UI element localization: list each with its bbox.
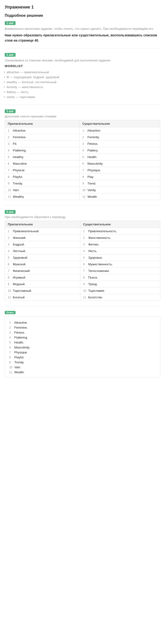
step-3-col1-header: Прилагательное — [5, 120, 79, 127]
table-row: 4 Лестный. 4 Лесть. — [5, 248, 160, 254]
table-cell: 2 Feminine. — [5, 134, 79, 140]
table-cell: 6 Мужской. — [5, 261, 80, 268]
table-cell: 9 Тренд. — [80, 281, 160, 287]
table-cell: 10 Vain. — [5, 187, 79, 193]
table-cell: 6 Masculine. — [5, 160, 79, 167]
table-cell: 11 Богатство — [80, 294, 160, 300]
answer-block: Ответ 1 Attractive.2 Feminine.3 Fitness.… — [5, 310, 160, 377]
answer-badge: Ответ — [5, 311, 15, 314]
table-cell: 9 Модный. — [5, 281, 80, 287]
answer-item: 2 Feminine. — [9, 325, 156, 330]
table-row: 4 Flattering. 4 Flattery. — [5, 147, 160, 154]
wordlist-item: vanity — тщеславие — [5, 94, 160, 100]
divider-4 — [5, 306, 160, 306]
table-cell: 1 Attractive. — [5, 127, 79, 134]
step-4-desc: При необходимости обратимся к переводу. — [5, 215, 160, 219]
step-3-table: Прилагательное Существительное 1 Attract… — [5, 120, 160, 200]
table-cell: 7 Physique. — [79, 167, 160, 174]
table-row: 1 Attractive. 1 Attraction. — [5, 127, 160, 134]
answer-item: 7 Physique. — [9, 350, 156, 355]
wordlist-title: WORDLIST — [5, 64, 160, 68]
table-cell: 5 Healthy. — [5, 154, 79, 160]
table-row: 10 Тщеславный. 10 Тщеславие. — [5, 287, 160, 294]
table-cell: 2 Feminity. — [79, 134, 160, 140]
table-cell: 3 Бодрый. — [5, 241, 80, 248]
table-cell: 9 Trendy. — [5, 180, 79, 187]
step-3-col2-header: Существительное — [79, 120, 160, 127]
table-cell: 7 Физический. — [5, 268, 80, 274]
step-4-col1-header: Прилагательное — [5, 221, 80, 228]
table-row: 3 Бодрый. 3 Фитнес. — [5, 241, 160, 248]
table-row: 6 Masculine. 6 Masculinity. — [5, 160, 160, 167]
table-cell: 3 Фитнес. — [80, 241, 160, 248]
table-cell: 8 Пьеса. — [80, 274, 160, 281]
table-row: 5 Здоровый. 5 Здоровье. — [5, 254, 160, 261]
answer-item: 10 Vain. — [9, 365, 156, 370]
step-2: 2 шаг Ознакомимся со списком лексики, не… — [5, 53, 160, 100]
answer-item: 11 Wealth. — [9, 370, 156, 375]
table-row: 10 Vain. 10 Vanity. — [5, 187, 160, 193]
table-cell: 4 Лестный. — [5, 248, 80, 254]
step-4-badge: 4 шаг — [5, 210, 15, 214]
table-row: 11 Wealthy 11 Wealth — [5, 193, 160, 200]
table-cell: 5 Health. — [79, 154, 160, 160]
wordlist-list: attractive — привлекательный fit — подхо… — [5, 70, 160, 100]
answer-item: 9 Trendy. — [9, 360, 156, 365]
step-3-desc: Дополним список нужными словами — [5, 114, 160, 118]
step-4: 4 шаг При необходимости обратимся к пере… — [5, 210, 160, 301]
table-cell: 10 Тщеславие. — [80, 287, 160, 294]
table-cell: 11 Wealth — [79, 193, 160, 200]
table-cell: 3 Fitness. — [79, 140, 160, 147]
divider-2 — [5, 105, 160, 105]
step-1-desc-light: Внимательно прочитаем задание, чтобы пон… — [5, 26, 160, 31]
wordlist-item: fit — подходящий, бодрый, здоровый — [5, 75, 160, 80]
step-4-table: Прилагательное Существительное 1 Привлек… — [5, 221, 160, 301]
answer-item: 1 Attractive. — [9, 320, 156, 325]
table-cell: 10 Vanity. — [79, 187, 160, 193]
table-cell: 8 Playful. — [5, 174, 79, 180]
table-row: 2 Feminine. 2 Feminity. — [5, 134, 160, 140]
table-row: 3 Fit. 3 Fitness. — [5, 140, 160, 147]
table-cell: 6 Мужественность. — [80, 261, 160, 268]
wordlist-item: attractive — привлекательный — [5, 70, 160, 75]
table-row: 9 Trendy. 9 Trend. — [5, 180, 160, 187]
wordlist-item: wealthy — богатый, состоятельный — [5, 80, 160, 84]
table-cell: 3 Fit. — [5, 140, 79, 147]
table-row: 9 Модный. 9 Тренд. — [5, 281, 160, 287]
step-3-badge: 3 шаг — [5, 110, 15, 113]
table-cell: 4 Flattery. — [79, 147, 160, 154]
table-cell: 11 Богатый — [5, 294, 80, 300]
table-row: 5 Healthy. 5 Health. — [5, 154, 160, 160]
table-row: 7 Физический. 7 Телосложение. — [5, 268, 160, 274]
table-row: 1 Привлекательный. 1 Привлекательность. — [5, 228, 160, 234]
table-row: 11 Богатый 11 Богатство — [5, 294, 160, 300]
divider-3 — [5, 205, 160, 206]
answer-item: 5 Health. — [9, 340, 156, 345]
table-cell: 4 Flattering. — [5, 147, 79, 154]
section-title: Подробное решение — [5, 14, 160, 18]
step-2-badge: 2 шаг — [5, 53, 15, 57]
step-4-col2-header: Существительное — [80, 221, 160, 228]
table-cell: 4 Лесть. — [80, 248, 160, 254]
table-cell: 2 Женственность. — [80, 234, 160, 241]
answer-item: 4 Flattering. — [9, 335, 156, 340]
answer-item: 8 Playful. — [9, 355, 156, 360]
table-cell: 2 Женский. — [5, 234, 80, 241]
step-3: 3 шаг Дополним список нужными словами Пр… — [5, 109, 160, 200]
table-row: 8 Playful. 8 Play. — [5, 174, 160, 180]
table-cell: 9 Trend. — [79, 180, 160, 187]
table-cell: 1 Привлекательность. — [80, 228, 160, 234]
wordlist-item: feminity — женственность — [5, 84, 160, 90]
table-cell: 6 Masculinity. — [79, 160, 160, 167]
table-cell: 7 Physical. — [5, 167, 79, 174]
table-cell: 8 Play. — [79, 174, 160, 180]
table-row: 7 Physical. 7 Physique. — [5, 167, 160, 174]
step-1-desc-bold: Нам нужно образовать прилагательные или … — [5, 32, 160, 43]
table-cell: 7 Телосложение. — [80, 268, 160, 274]
wordlist-item: flattery — лесть — [5, 90, 160, 94]
step-1: 1 шаг Внимательно прочитаем задание, что… — [5, 21, 160, 43]
step-2-desc-light: Ознакомимся со списком лексики, необходи… — [5, 58, 160, 63]
page-title: Упражнение 1 — [5, 5, 160, 10]
step-1-badge: 1 шаг — [5, 21, 15, 25]
answer-list: 1 Attractive.2 Feminine.3 Fitness.4 Flat… — [5, 316, 160, 377]
